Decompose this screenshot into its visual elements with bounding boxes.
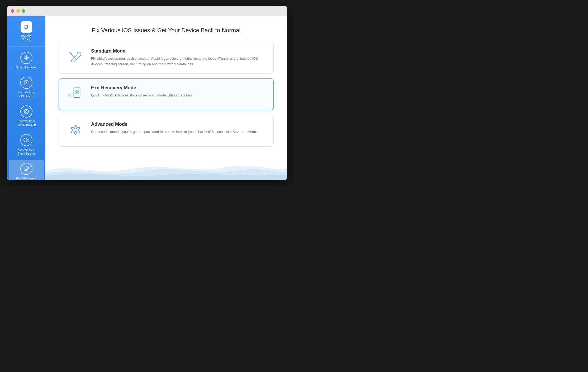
standard-mode-card[interactable]: Standard Mode Fix white/black screen, de…: [59, 42, 274, 74]
advanced-mode-desc: Choose this mode if you forget the passw…: [91, 129, 266, 135]
titlebar: [7, 6, 287, 16]
logo-letter: D: [24, 24, 29, 30]
exit-recovery-card[interactable]: Exit Recovery Mode Quick fix for iOS dev…: [59, 78, 274, 110]
traffic-lights: [11, 9, 25, 13]
svg-point-3: [26, 111, 27, 112]
sidebar-item-recover-ios[interactable]: Recover fromiOS Device: [9, 73, 44, 101]
exit-recovery-text: Exit Recovery Mode Quick fix for iOS dev…: [91, 85, 266, 98]
maximize-button[interactable]: [22, 9, 25, 13]
svg-line-5: [25, 113, 25, 113]
close-button[interactable]: [11, 9, 14, 13]
sidebar-item-recover-icloud[interactable]: Recover fromiCloud Backup: [9, 131, 44, 159]
app-name: iMyFone D-Back: [21, 34, 31, 41]
main-content: Fix Various iOS Issues & Get Your Device…: [45, 16, 287, 180]
standard-mode-title: Standard Mode: [91, 48, 266, 54]
sidebar: D iMyFone D-Back Smart Recovery: [7, 16, 45, 180]
phone-download-icon: [20, 77, 32, 89]
sidebar-label-recover-ios: Recover fromiOS Device: [17, 90, 35, 98]
advanced-mode-text: Advanced Mode Choose this mode if you fo…: [91, 122, 266, 135]
gear-icon: [66, 122, 85, 140]
svg-point-11: [76, 91, 78, 93]
advanced-mode-card[interactable]: Advanced Mode Choose this mode if you fo…: [59, 115, 274, 147]
minimize-button[interactable]: [16, 9, 20, 13]
app-name-line2: D-Back: [21, 38, 31, 41]
wave-decoration: [45, 154, 287, 180]
exit-recovery-title: Exit Recovery Mode: [91, 85, 266, 91]
advanced-mode-title: Advanced Mode: [91, 122, 266, 127]
sidebar-item-recover-itunes[interactable]: Recover fromiTunes Backup: [9, 102, 44, 130]
app-body: D iMyFone D-Back Smart Recovery: [7, 16, 287, 180]
app-logo-icon: D: [21, 21, 32, 33]
sidebar-logo: D iMyFone D-Back: [7, 16, 45, 47]
exit-recovery-desc: Quick fix for iOS devices stuck on recov…: [91, 93, 266, 98]
page-title: Fix Various iOS Issues & Get Your Device…: [59, 27, 274, 34]
sidebar-label-fix-ios: Fix iOS System: [16, 176, 36, 180]
exit-recovery-icon: [66, 85, 85, 104]
music-download-icon: [20, 105, 32, 118]
sidebar-label-recover-itunes: Recover fromiTunes Backup: [17, 119, 36, 127]
app-name-line1: iMyFone: [21, 34, 31, 38]
sidebar-label-smart-recovery: Smart Recovery: [16, 66, 37, 69]
tools-icon: [66, 48, 85, 67]
standard-mode-text: Standard Mode Fix white/black screen, de…: [91, 48, 266, 67]
app-window: D iMyFone D-Back Smart Recovery: [7, 6, 287, 180]
wrench-icon: [20, 163, 32, 175]
standard-mode-desc: Fix white/black screen, device stuck on …: [91, 56, 266, 67]
svg-point-6: [26, 170, 26, 171]
lightning-icon: [20, 52, 32, 64]
svg-point-14: [74, 128, 77, 132]
cloud-download-icon: [20, 134, 32, 146]
sidebar-item-fix-ios[interactable]: Fix iOS System: [9, 160, 44, 180]
main-inner: Fix Various iOS Issues & Get Your Device…: [45, 16, 287, 154]
sidebar-item-smart-recovery[interactable]: Smart Recovery: [9, 49, 44, 72]
svg-rect-13: [76, 98, 78, 99]
svg-line-8: [70, 53, 71, 54]
sidebar-label-recover-icloud: Recover fromiCloud Backup: [17, 148, 36, 155]
